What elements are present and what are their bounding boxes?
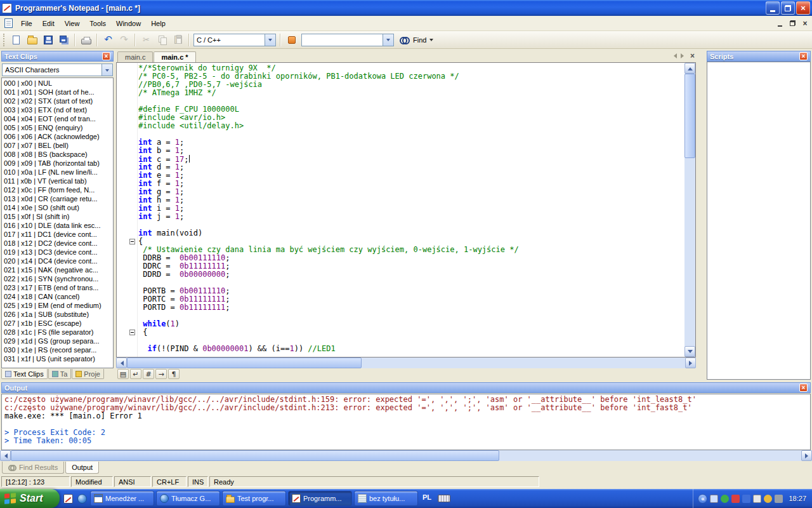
- tab-output[interactable]: Output: [65, 462, 99, 474]
- output-line[interactable]: > Process Exit Code: 2: [4, 429, 808, 437]
- code-line[interactable]: int j = 1;: [138, 213, 684, 221]
- panel-tab-2[interactable]: Proje: [72, 369, 104, 379]
- chevron-down-icon[interactable]: [102, 64, 112, 76]
- list-item[interactable]: 002 | x02 | STX (start of text): [2, 97, 113, 105]
- long-lines-icon[interactable]: →: [155, 369, 167, 379]
- tray-chevron-icon[interactable]: «: [698, 494, 707, 504]
- tab-find-results[interactable]: Find Results: [2, 462, 64, 474]
- list-item[interactable]: 027 | x1b | ESC (escape): [2, 319, 113, 328]
- code-line[interactable]: [138, 221, 684, 229]
- list-item[interactable]: 001 | x01 | SOH (start of he...: [2, 88, 113, 97]
- tab-scroll-right-button[interactable]: [681, 53, 686, 58]
- list-item[interactable]: 028 | x1c | FS (file separator): [2, 328, 113, 337]
- scroll-thumb[interactable]: [127, 358, 362, 368]
- list-item[interactable]: 020 | x14 | DC4 (device cont...: [2, 257, 113, 265]
- code-line[interactable]: int d = 1;: [138, 163, 684, 171]
- code-line[interactable]: #include <util/delay.h>: [138, 122, 684, 130]
- close-icon[interactable]: ×: [102, 52, 110, 60]
- list-item[interactable]: 003 | x03 | ETX (nd of text): [2, 105, 113, 114]
- tray-icon-4[interactable]: [742, 495, 750, 503]
- tray-icon-7[interactable]: [775, 495, 783, 503]
- list-item[interactable]: 018 | x12 | DC2 (device cont...: [2, 239, 113, 248]
- close-button[interactable]: ×: [796, 1, 810, 15]
- list-item[interactable]: 016 | x10 | DLE (data link esc...: [2, 221, 113, 230]
- taskbar-clock[interactable]: 18:27: [789, 495, 806, 502]
- list-item[interactable]: 026 | x1a | SUB (substitute): [2, 310, 113, 319]
- code-line[interactable]: int h = 1;: [138, 196, 684, 204]
- code-line[interactable]: {: [138, 328, 684, 337]
- tab-scroll-left-button[interactable]: [671, 53, 677, 58]
- output-lines[interactable]: c:/często używane/programy/winavr/lib/gc…: [1, 394, 811, 450]
- scroll-left-button[interactable]: [0, 450, 11, 461]
- save-all-button[interactable]: [56, 32, 72, 48]
- paste-button[interactable]: [170, 32, 186, 48]
- scroll-right-button[interactable]: [685, 358, 696, 368]
- menu-help[interactable]: Help: [146, 17, 171, 30]
- scroll-thumb[interactable]: [11, 450, 499, 461]
- list-item[interactable]: 000 | x00 | NUL: [2, 79, 113, 88]
- panel-tab-1[interactable]: Ta: [48, 369, 72, 379]
- list-item[interactable]: 022 | x16 | SYN (synchronou...: [2, 274, 113, 283]
- close-document-button[interactable]: ×: [690, 52, 695, 60]
- mdi-restore-button[interactable]: [787, 18, 798, 29]
- minimize-button[interactable]: [766, 1, 780, 15]
- cut-button[interactable]: ✂: [138, 32, 154, 48]
- find-dropdown-icon[interactable]: [429, 39, 433, 43]
- mdi-close-button[interactable]: ×: [799, 18, 811, 29]
- toolbar-grip[interactable]: [3, 34, 6, 46]
- output-line[interactable]: [4, 420, 808, 429]
- chevron-down-icon[interactable]: [265, 34, 275, 46]
- whitespace-icon[interactable]: ¶: [168, 369, 180, 379]
- list-item[interactable]: 019 | x13 | DC3 (device cont...: [2, 248, 113, 257]
- list-item[interactable]: 010 | x0a | LF (NL new line/li...: [2, 168, 113, 177]
- chevron-down-icon[interactable]: [383, 34, 393, 46]
- document-icon[interactable]: [4, 18, 13, 28]
- list-item[interactable]: 024 | x18 | CAN (cancel): [2, 292, 113, 301]
- scripts-body[interactable]: [707, 62, 811, 380]
- find-button[interactable]: Find: [396, 33, 437, 47]
- fold-marker[interactable]: [129, 330, 135, 335]
- output-line[interactable]: make.exe: *** [main.o] Error 1: [4, 412, 808, 420]
- list-item[interactable]: 017 | x11 | DC1 (device cont...: [2, 230, 113, 239]
- fold-marker[interactable]: [129, 239, 135, 244]
- code-line[interactable]: DDRD = 0b00000000;: [138, 271, 684, 279]
- list-item[interactable]: 030 | x1e | RS (record separ...: [2, 345, 113, 354]
- list-item[interactable]: 025 | x19 | EM (end of medium): [2, 301, 113, 310]
- menu-tools[interactable]: Tools: [84, 17, 111, 30]
- print-button[interactable]: [78, 32, 94, 48]
- clip-category-combo[interactable]: ASCII Characters: [2, 64, 113, 76]
- code-line[interactable]: int c = 17;: [138, 155, 684, 163]
- taskbar-button[interactable]: Programm...: [288, 491, 352, 506]
- close-icon[interactable]: ×: [799, 384, 808, 392]
- copy-button[interactable]: [154, 32, 170, 48]
- quick-launch-icon-2[interactable]: [77, 494, 87, 504]
- panel-tab-0[interactable]: Text Clips: [1, 369, 48, 379]
- list-item[interactable]: 013 | x0d | CR (carriage retu...: [2, 194, 113, 203]
- code-line[interactable]: int e = 1;: [138, 171, 684, 180]
- list-item[interactable]: 012 | x0c | FF (form feed, N...: [2, 185, 113, 194]
- editor-horizontal-scrollbar[interactable]: [116, 358, 696, 368]
- list-item[interactable]: 031 | x1f | US (unit separator): [2, 354, 113, 363]
- code-line[interactable]: while(1): [138, 320, 684, 328]
- eol-icon[interactable]: ↵: [130, 369, 141, 379]
- code-line[interactable]: int main(void): [138, 229, 684, 237]
- bookmark-icon[interactable]: ▤: [117, 369, 129, 379]
- search-combo[interactable]: [301, 34, 394, 46]
- language-indicator[interactable]: PL: [422, 493, 431, 501]
- taskbar-button[interactable]: Tłumacz G...: [156, 491, 220, 506]
- save-button[interactable]: [40, 32, 56, 48]
- output-horizontal-scrollbar[interactable]: [0, 450, 812, 461]
- tag-button[interactable]: [284, 32, 299, 48]
- tray-icon-1[interactable]: [710, 495, 718, 503]
- menu-edit[interactable]: Edit: [37, 17, 60, 30]
- scroll-left-button[interactable]: [116, 358, 127, 368]
- close-icon[interactable]: ×: [799, 52, 808, 60]
- menu-file[interactable]: File: [16, 17, 37, 30]
- list-item[interactable]: 023 | x17 | ETB (end of trans...: [2, 283, 113, 292]
- code-line[interactable]: int a = 1;: [138, 138, 684, 147]
- tray-icon-5[interactable]: [753, 495, 761, 503]
- list-item[interactable]: 004 | x04 | EOT (end of tran...: [2, 114, 113, 123]
- code-line[interactable]: int i = 1;: [138, 204, 684, 213]
- code-line[interactable]: int g = 1;: [138, 188, 684, 196]
- list-item[interactable]: 029 | x1d | GS (group separa...: [2, 337, 113, 345]
